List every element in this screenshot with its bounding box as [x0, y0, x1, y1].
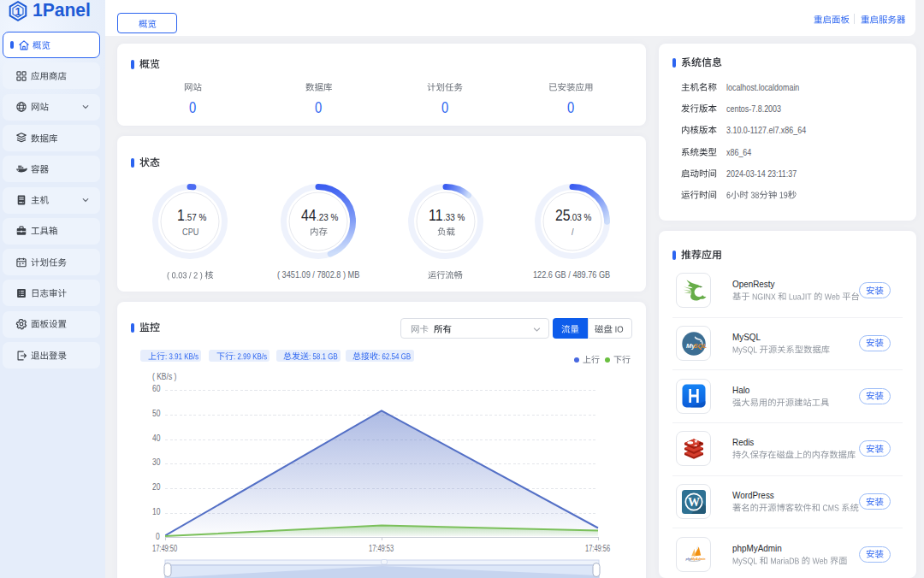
svg-text:W: W: [688, 496, 700, 509]
svg-text:SQL: SQL: [693, 341, 707, 349]
svg-text:1: 1: [15, 5, 21, 18]
svg-text:MyAdmin: MyAdmin: [691, 557, 706, 561]
